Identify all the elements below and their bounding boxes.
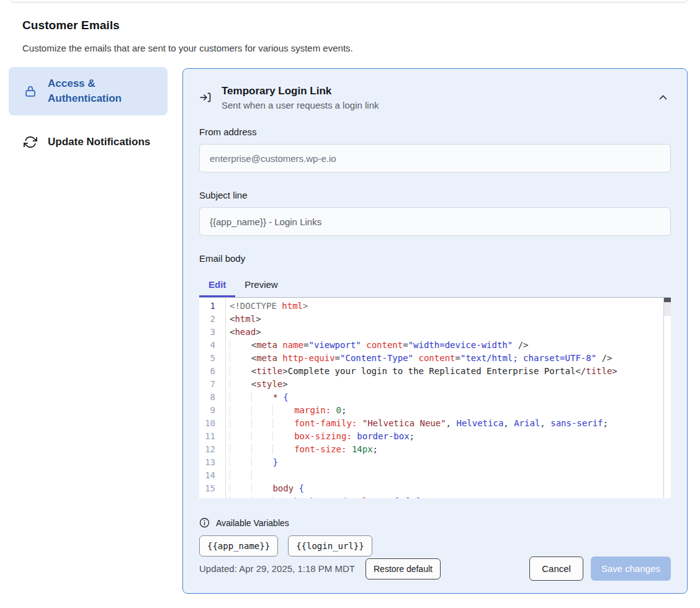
code-line: margin: 0; (230, 404, 671, 417)
sidebar-item-label: Update Notifications (48, 135, 150, 150)
line-number: 6 (199, 365, 215, 378)
code-line: <title>Complete your login to the Replic… (230, 365, 671, 378)
available-variables-label: Available Variables (216, 518, 289, 528)
code-line: * { (230, 391, 671, 404)
line-number: 5 (199, 352, 215, 365)
updated-timestamp: Updated: Apr 29, 2025, 1:18 PM MDT (199, 563, 355, 574)
variable-chips: {{app_name}} {{login_url}} (199, 535, 671, 557)
cancel-button[interactable]: Cancel (529, 557, 583, 581)
code-line: <!DOCTYPE html> (230, 300, 671, 313)
line-number: 3 (199, 326, 215, 339)
code-line: <meta http-equiv="Content-Type" content=… (230, 352, 671, 365)
code-line: <meta name="viewport" content="width=dev… (230, 339, 671, 352)
sidebar-item-label: Access & Authentication (48, 76, 159, 106)
variable-chip-login-url[interactable]: {{login_url}} (288, 535, 372, 557)
restore-default-button[interactable]: Restore default (366, 558, 441, 579)
line-number: 14 (199, 469, 215, 482)
line-number: 12 (199, 443, 215, 456)
code-line: font-size: 14px; (230, 443, 671, 456)
from-address-label: From address (199, 127, 671, 137)
editor-gutter: 12345678910111213141516 (199, 298, 226, 498)
code-line: body { (230, 482, 671, 495)
line-number: 1 (199, 300, 215, 313)
line-number: 8 (199, 391, 215, 404)
variable-chip-app-name[interactable]: {{app_name}} (199, 535, 278, 557)
previous-card-edge (9, 0, 689, 2)
card-subtitle: Sent when a user requests a login link (222, 100, 655, 110)
subject-line-input[interactable] (199, 207, 671, 236)
login-link-icon (199, 91, 212, 104)
temporary-login-link-card: Temporary Login Link Sent when a user re… (182, 68, 688, 594)
page-description: Customize the emails that are sent to yo… (22, 43, 353, 53)
code-line: <html> (230, 313, 671, 326)
email-body-label: Email body (199, 253, 671, 264)
chevron-up-icon (659, 92, 667, 102)
collapse-button[interactable] (655, 89, 671, 105)
card-footer: Updated: Apr 29, 2025, 1:18 PM MDT Resto… (199, 557, 671, 581)
subject-line-label: Subject line (199, 190, 671, 200)
editor-code[interactable]: <!DOCTYPE html><html><head> <meta name="… (226, 298, 671, 498)
tab-preview[interactable]: Preview (235, 273, 287, 297)
editor-tabs: Edit Preview (199, 273, 671, 297)
code-editor[interactable]: 12345678910111213141516 <!DOCTYPE html><… (199, 297, 671, 498)
code-line (230, 469, 671, 482)
refresh-icon (24, 135, 37, 149)
lock-icon (24, 84, 37, 99)
card-header: Temporary Login Link Sent when a user re… (199, 85, 671, 110)
email-types-sidebar: Access & Authentication Update Notificat… (9, 67, 168, 159)
available-variables-row: Available Variables (199, 517, 671, 528)
save-changes-button[interactable]: Save changes (591, 557, 671, 581)
code-line: background-color: #f6f6f6; (230, 495, 671, 498)
line-number: 4 (199, 339, 215, 352)
editor-scrollbar[interactable] (663, 298, 671, 498)
scrollbar-thumb[interactable] (664, 298, 671, 302)
line-number: 9 (199, 404, 215, 417)
line-number: 2 (199, 313, 215, 326)
code-line: <style> (230, 378, 671, 391)
sidebar-item-update-notifications[interactable]: Update Notifications (9, 125, 168, 159)
line-number: 16 (199, 495, 215, 498)
page-header: Customer Emails Customize the emails tha… (22, 19, 353, 53)
from-address-input[interactable] (199, 144, 671, 172)
tab-edit[interactable]: Edit (199, 273, 235, 297)
info-icon (199, 517, 210, 528)
code-line: font-family: "Helvetica Neue", Helvetica… (230, 417, 671, 430)
line-number: 15 (199, 482, 215, 495)
code-line: <head> (230, 326, 671, 339)
page-title: Customer Emails (22, 19, 353, 32)
code-line: box-sizing: border-box; (230, 430, 671, 443)
line-number: 11 (199, 430, 215, 443)
sidebar-item-access-authentication[interactable]: Access & Authentication (9, 67, 168, 115)
line-number: 10 (199, 417, 215, 430)
line-number: 13 (199, 456, 215, 469)
code-line: } (230, 456, 671, 469)
line-number: 7 (199, 378, 215, 391)
card-title: Temporary Login Link (222, 85, 655, 97)
scrollbar-track-shade (664, 302, 671, 316)
